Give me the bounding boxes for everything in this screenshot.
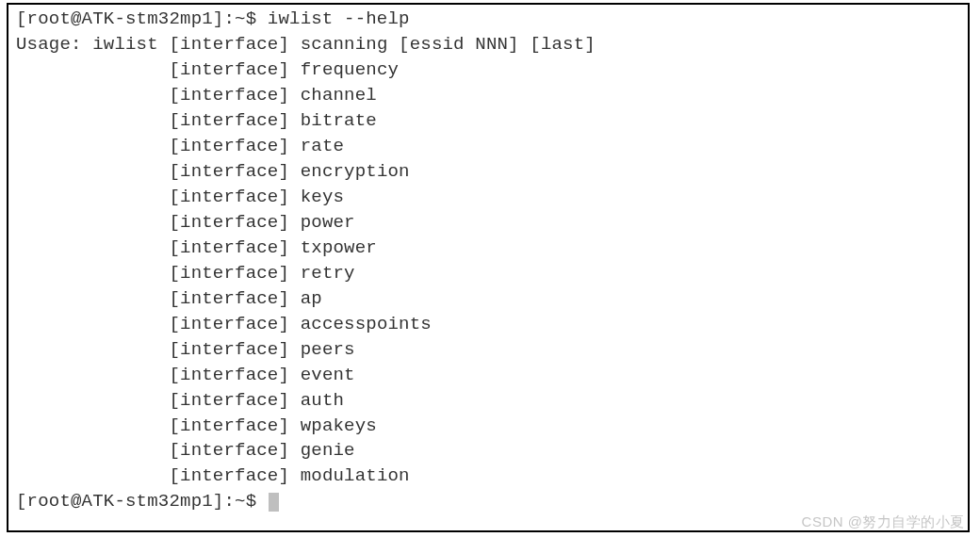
interface-token: [interface] (169, 415, 300, 436)
interface-token: [interface] (169, 339, 300, 360)
usage-line-first: Usage: iwlist [interface] scanning [essi… (16, 32, 960, 57)
usage-indent (16, 390, 169, 411)
usage-option-line: [interface] wpakeys (16, 414, 960, 439)
prompt: [root@ATK-stm32mp1]:~$ (16, 8, 268, 29)
usage-option: accesspoints (301, 314, 432, 334)
terminal-window[interactable]: [root@ATK-stm32mp1]:~$ iwlist --help Usa… (7, 3, 970, 532)
usage-option: keys (301, 187, 344, 207)
interface-token: [interface] (169, 263, 300, 284)
usage-option: peers (301, 339, 355, 360)
interface-token: [interface] (169, 34, 300, 55)
usage-indent (16, 110, 169, 131)
usage-option-line: [interface] modulation (16, 464, 960, 489)
interface-token: [interface] (169, 59, 300, 80)
interface-token: [interface] (169, 390, 300, 411)
usage-indent (16, 465, 169, 486)
usage-indent (16, 212, 169, 233)
interface-token: [interface] (169, 187, 300, 207)
usage-option: bitrate (301, 110, 377, 131)
usage-option-line: [interface] event (16, 363, 960, 388)
usage-option: event (301, 365, 355, 385)
usage-indent (16, 85, 169, 106)
command-line: [root@ATK-stm32mp1]:~$ iwlist --help (16, 7, 960, 32)
usage-indent (16, 263, 169, 284)
interface-token: [interface] (169, 365, 300, 385)
cursor-icon (269, 493, 279, 512)
interface-token: [interface] (169, 85, 300, 106)
prompt-line-empty: [root@ATK-stm32mp1]:~$ (16, 489, 960, 514)
prompt: [root@ATK-stm32mp1]:~$ (16, 491, 268, 512)
usage-indent (16, 415, 169, 436)
usage-option-line: [interface] keys (16, 185, 960, 210)
usage-option-line: [interface] rate (16, 134, 960, 159)
usage-option: modulation (301, 465, 410, 486)
usage-option: retry (301, 263, 355, 284)
usage-option: genie (301, 440, 355, 461)
usage-option: ap (301, 288, 322, 309)
usage-label: Usage: iwlist (16, 34, 169, 55)
usage-indent (16, 59, 169, 80)
interface-token: [interface] (169, 314, 300, 334)
entered-command: iwlist --help (268, 8, 410, 29)
usage-indent (16, 237, 169, 258)
usage-indent (16, 440, 169, 461)
interface-token: [interface] (169, 110, 300, 131)
usage-option-line: [interface] accesspoints (16, 312, 960, 337)
usage-option: rate (301, 136, 344, 156)
usage-indent (16, 136, 169, 156)
usage-option-line: [interface] txpower (16, 236, 960, 261)
usage-option-line: [interface] bitrate (16, 108, 960, 134)
interface-token: [interface] (169, 161, 300, 182)
usage-option-line: [interface] power (16, 210, 960, 236)
interface-token: [interface] (169, 212, 300, 233)
usage-option: channel (301, 85, 377, 106)
usage-first-suffix: scanning [essid NNN] [last] (301, 34, 596, 55)
interface-token: [interface] (169, 136, 300, 156)
usage-option-line: [interface] auth (16, 388, 960, 414)
usage-indent (16, 365, 169, 385)
usage-indent (16, 161, 169, 182)
usage-option-line: [interface] ap (16, 286, 960, 312)
usage-option: power (301, 212, 355, 233)
usage-option: wpakeys (301, 415, 377, 436)
usage-indent (16, 314, 169, 334)
usage-indent (16, 339, 169, 360)
interface-token: [interface] (169, 288, 300, 309)
usage-option-line: [interface] encryption (16, 159, 960, 185)
usage-option-line: [interface] channel (16, 83, 960, 108)
usage-option-line: [interface] retry (16, 261, 960, 286)
usage-option: frequency (301, 59, 399, 80)
usage-option-line: [interface] frequency (16, 57, 960, 83)
usage-indent (16, 187, 169, 207)
usage-option: encryption (301, 161, 410, 182)
usage-option: txpower (301, 237, 377, 258)
usage-option-line: [interface] peers (16, 337, 960, 363)
usage-options-list: [interface] frequency [interface] channe… (16, 57, 960, 489)
interface-token: [interface] (169, 440, 300, 461)
interface-token: [interface] (169, 237, 300, 258)
usage-option: auth (301, 390, 344, 411)
interface-token: [interface] (169, 465, 300, 486)
usage-option-line: [interface] genie (16, 438, 960, 464)
usage-indent (16, 288, 169, 309)
